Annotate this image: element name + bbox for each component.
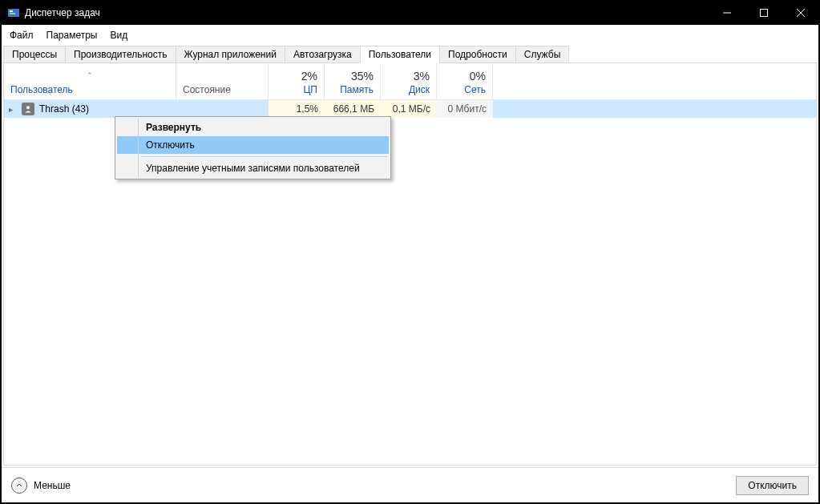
minimize-button[interactable] [709,1,745,25]
titlebar[interactable]: Диспетчер задач [1,1,819,25]
app-icon [7,6,20,19]
context-menu: Развернуть Отключить Управление учетными… [115,116,391,179]
expand-arrow-icon[interactable]: ▸ [9,105,17,114]
cell-state [176,100,269,118]
tab-details[interactable]: Подробности [439,46,516,62]
fewer-details-button[interactable]: Меньше [11,478,71,494]
chevron-up-icon [11,478,27,494]
window-title: Диспетчер задач [25,7,709,18]
user-avatar-icon [22,103,34,115]
context-menu-separator [141,156,387,157]
disconnect-button[interactable]: Отключить [736,476,809,495]
tab-users[interactable]: Пользователи [360,46,440,63]
svg-rect-4 [761,10,768,17]
svg-point-7 [26,106,30,109]
tab-performance[interactable]: Производительность [65,46,176,62]
cm-manage-accounts[interactable]: Управление учетными записями пользовател… [117,159,389,177]
client-area: Файл Параметры Вид Процессы Производител… [2,25,818,502]
menu-view[interactable]: Вид [110,30,127,41]
menu-file[interactable]: Файл [10,30,34,41]
svg-rect-1 [10,10,13,12]
cell-cpu: 1,5% [269,100,325,118]
col-cpu[interactable]: 2% ЦП [269,63,325,99]
footer: Меньше Отключить [2,467,818,502]
maximize-button[interactable] [745,1,782,25]
col-state[interactable]: Состояние [176,63,269,99]
menubar: Файл Параметры Вид [2,25,818,45]
svg-rect-2 [10,13,15,14]
task-manager-window: Диспетчер задач Файл Параметры Вид Проце… [0,0,820,504]
table-header: ⌃ Пользователь Состояние 2% ЦП 35% Памят… [4,63,816,100]
cell-disk: 0,1 МБ/с [381,100,437,118]
user-row[interactable]: ▸ Thrash (43) 1,5% 666,1 МБ 0,1 МБ/с 0 М… [4,100,816,118]
fewer-details-label: Меньше [34,480,71,491]
tab-startup[interactable]: Автозагрузка [285,46,361,62]
tabbar: Процессы Производительность Журнал прило… [2,45,818,63]
cell-network: 0 Мбит/с [437,100,493,118]
menu-options[interactable]: Параметры [46,30,98,41]
cm-expand[interactable]: Развернуть [117,119,389,136]
tab-app-history[interactable]: Журнал приложений [176,46,285,62]
users-panel: ⌃ Пользователь Состояние 2% ЦП 35% Памят… [3,63,817,466]
col-disk[interactable]: 3% Диск [381,63,437,99]
user-name: Thrash (43) [39,103,89,115]
close-button[interactable] [782,1,819,25]
cell-memory: 666,1 МБ [325,100,381,118]
tab-processes[interactable]: Процессы [3,46,66,62]
cm-disconnect[interactable]: Отключить [117,136,389,154]
col-user[interactable]: ⌃ Пользователь [4,63,176,99]
sort-indicator-icon: ⌃ [87,71,93,79]
col-network[interactable]: 0% Сеть [437,63,493,99]
col-memory[interactable]: 35% Память [325,63,381,99]
context-menu-gutter [138,119,139,177]
tab-services[interactable]: Службы [515,46,569,62]
